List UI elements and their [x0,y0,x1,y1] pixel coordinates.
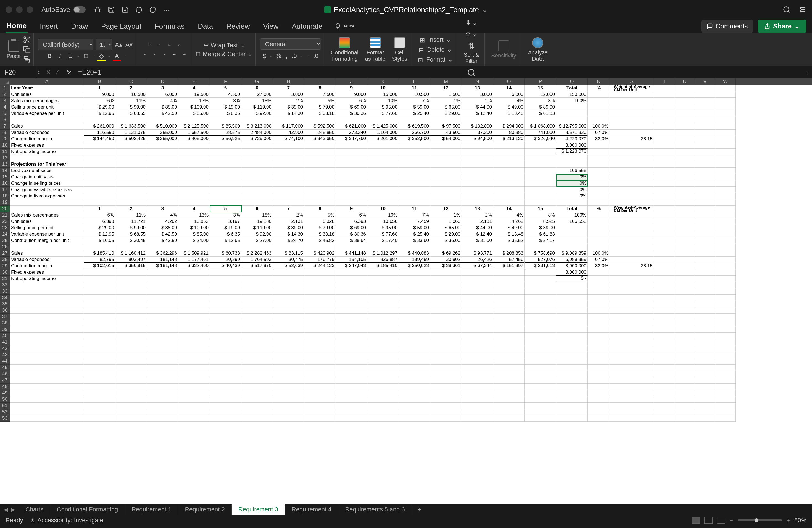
cell-F29[interactable]: $ 40,439 [210,263,242,269]
cell-B26[interactable] [84,244,115,250]
cell-H47[interactable] [273,377,304,384]
cell-G21[interactable]: 18% [242,212,273,218]
cell-O17[interactable] [493,187,525,193]
cell-P12[interactable] [525,155,556,161]
cell-Q51[interactable] [556,402,588,409]
cell-N1[interactable]: 13 [462,85,493,91]
cell-J32[interactable] [336,282,367,288]
cell-Q3[interactable]: 100% [556,98,588,104]
cell-S39[interactable] [610,326,654,333]
cell-P20[interactable]: 15 [525,206,556,212]
cell-N13[interactable] [462,161,493,167]
cell-V41[interactable] [695,339,715,346]
chevron-down-icon[interactable]: ⌄ [482,5,488,14]
cell-R9[interactable]: 33.0% [588,136,610,142]
cell-K33[interactable] [367,288,399,295]
cell-V5[interactable] [695,111,715,117]
cell-W32[interactable] [715,282,736,288]
cell-A21[interactable]: Sales mix percentages [10,212,84,218]
cell-V16[interactable] [695,180,715,187]
cell-V1[interactable] [695,85,715,91]
cell-H43[interactable] [273,352,304,358]
cell-O9[interactable]: $ 213,120 [493,136,525,142]
cell-U11[interactable] [675,149,695,155]
cell-K40[interactable] [367,333,399,339]
cell-O24[interactable]: $ 13.48 [493,231,525,237]
cell-D12[interactable] [147,155,178,161]
cell-Q42[interactable] [556,346,588,352]
cell-M2[interactable]: 1,500 [430,91,462,98]
cell-U15[interactable] [675,174,695,180]
cell-M29[interactable]: $ 38,361 [430,263,462,269]
cell-W46[interactable] [715,371,736,377]
cell-O13[interactable] [493,161,525,167]
cell-D3[interactable]: 4% [147,98,178,104]
cell-G53[interactable] [242,415,273,422]
cell-Q23[interactable] [556,225,588,231]
col-header-S[interactable]: S [610,78,654,85]
cell-W47[interactable] [715,377,736,384]
cell-O1[interactable]: 14 [493,85,525,91]
cell-U10[interactable] [675,142,695,149]
row-header-12[interactable]: 12 [0,155,10,161]
cell-N41[interactable] [462,339,493,346]
cell-D1[interactable]: 3 [147,85,178,91]
cell-J44[interactable] [336,358,367,365]
cell-H2[interactable]: 3,000 [273,91,304,98]
cell-O7[interactable]: $ 294,000 [493,123,525,130]
cell-B2[interactable]: 9,000 [84,91,115,98]
cell-V52[interactable] [695,409,715,415]
cell-C11[interactable] [115,149,147,155]
cell-F36[interactable] [210,307,242,314]
cell-M26[interactable] [430,244,462,250]
cell-H19[interactable] [273,200,304,206]
row-header-31[interactable]: 31 [0,276,10,282]
cell-K2[interactable]: 15,000 [367,91,399,98]
cell-N45[interactable] [462,365,493,371]
cell-E29[interactable]: $ 332,460 [178,263,210,269]
cell-C32[interactable] [115,282,147,288]
cell-H51[interactable] [273,402,304,409]
cell-J7[interactable]: $ 621,000 [336,123,367,130]
cell-U39[interactable] [675,326,695,333]
decrease-indent-icon[interactable]: ⇤ [170,50,178,58]
cell-E11[interactable] [178,149,210,155]
cell-D28[interactable]: 181,148 [147,256,178,263]
cell-Q26[interactable] [556,244,588,250]
cell-H37[interactable] [273,314,304,320]
cell-I30[interactable] [304,269,336,276]
sheet-tab-requirement-3[interactable]: Requirement 3 [232,504,285,515]
col-header-T[interactable]: T [654,78,675,85]
cell-C15[interactable] [115,174,147,180]
cell-T53[interactable] [654,415,675,422]
cell-Q9[interactable]: 4,223,070 [556,136,588,142]
cell-M46[interactable] [430,371,462,377]
cell-A35[interactable] [10,301,84,307]
cell-C31[interactable] [115,276,147,282]
cell-O23[interactable]: $ 49.00 [493,225,525,231]
row-header-25[interactable]: 25 [0,237,10,244]
name-box[interactable]: F20 [0,66,36,78]
cell-K13[interactable] [367,161,399,167]
cell-I4[interactable]: $ 79.00 [304,104,336,111]
down-icon[interactable]: ▼ [38,72,40,75]
cell-F51[interactable] [210,402,242,409]
cell-M25[interactable]: $ 36.00 [430,237,462,244]
cell-C5[interactable]: $ 68.55 [115,111,147,117]
cell-L2[interactable]: 10,500 [399,91,430,98]
cell-K22[interactable]: 10,656 [367,218,399,225]
cell-N15[interactable] [462,174,493,180]
cell-W7[interactable] [715,123,736,130]
row-header-34[interactable]: 34 [0,295,10,301]
cell-P17[interactable] [525,187,556,193]
cell-Q49[interactable] [556,390,588,396]
cell-R4[interactable] [588,104,610,111]
align-center-icon[interactable]: ≡ [150,50,158,58]
cell-Q14[interactable]: 106,558 [556,167,588,174]
cell-T18[interactable] [654,193,675,200]
undo-icon[interactable] [135,6,143,13]
cell-B34[interactable] [84,295,115,301]
cell-H8[interactable]: 42,900 [273,130,304,136]
cell-E37[interactable] [178,314,210,320]
cell-J26[interactable] [336,244,367,250]
